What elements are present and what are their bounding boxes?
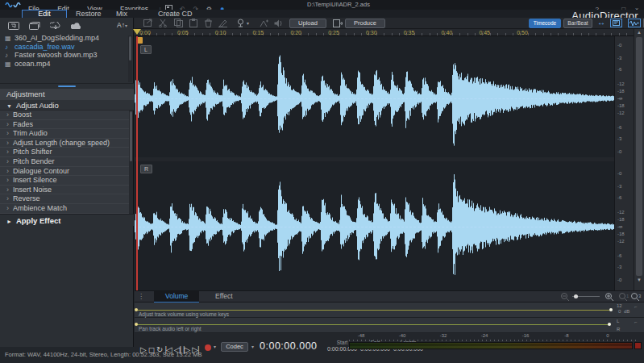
volume-keyframe-end[interactable] — [609, 308, 613, 311]
cut-icon[interactable] — [159, 19, 168, 28]
waveform-canvas-left[interactable] — [135, 36, 614, 157]
speaker-icon[interactable] — [274, 19, 283, 29]
db-label: -12 — [617, 111, 625, 115]
erase-icon[interactable] — [218, 19, 227, 28]
playhead-line[interactable] — [136, 36, 138, 290]
media-item[interactable]: ▦ocean.mp4 — [0, 60, 127, 69]
scroll-up-icon[interactable]: ▲ — [634, 29, 644, 36]
reset-curve-icon[interactable]: ⌐ — [634, 319, 638, 324]
music-note-icon: ♪ — [5, 52, 15, 60]
stretch-icon[interactable]: ↔ — [597, 18, 605, 27]
video-file-icon: ▦ — [5, 35, 15, 43]
meter-scale-label: -24 — [481, 333, 488, 338]
reset-curve-icon[interactable]: ⌐ — [634, 304, 638, 309]
meter-scale-label: -32 — [440, 333, 447, 338]
playhead-marker-icon[interactable] — [133, 29, 141, 35]
scroll-down-icon[interactable]: ▼ — [634, 277, 644, 284]
chevron-right-icon: › — [6, 111, 9, 119]
adjust-item[interactable]: ›Dialogue Contour — [0, 167, 129, 177]
zoom-slider[interactable] — [572, 296, 600, 297]
sort-button[interactable]: A↑▾ — [117, 21, 127, 29]
import-media-icon[interactable] — [8, 22, 19, 30]
pan-keyframe-end[interactable] — [608, 323, 611, 326]
center-line-left — [135, 98, 614, 99]
pan-keyframe-line[interactable] — [136, 324, 609, 325]
waveform-area[interactable]: L R — [135, 36, 614, 290]
tab-volume[interactable]: Volume — [154, 291, 199, 303]
level-meter — [349, 342, 633, 349]
media-item[interactable]: ♪Faster swoosh down.mp3 — [0, 51, 127, 60]
db-label: -12 — [617, 81, 625, 86]
adjust-item-label: Fades — [13, 120, 33, 128]
cloud-icon[interactable] — [71, 23, 83, 30]
zoom-out-icon[interactable] — [560, 292, 570, 302]
tab-effect[interactable]: Effect — [204, 291, 244, 302]
scroll-thumb[interactable] — [636, 37, 642, 276]
apply-effect-group[interactable]: ►Apply Effect — [0, 214, 134, 226]
marker-add-icon[interactable] — [260, 19, 268, 29]
clip-indicator[interactable] — [634, 342, 642, 349]
adjust-item[interactable]: ›Fades — [0, 120, 129, 130]
media-item[interactable]: ♪cascadia_free.wav — [0, 43, 127, 52]
tab-create-cd[interactable]: Create CD — [158, 10, 193, 18]
pan-hint-label: Pan track audio left or right — [139, 326, 202, 332]
ruler-label: 0:25 — [328, 29, 339, 36]
waveform-view-icon[interactable] — [628, 19, 641, 27]
zoom-reset-icon[interactable]: 1 — [618, 292, 629, 302]
copy-icon[interactable] — [174, 19, 183, 28]
import-folder-icon[interactable] — [29, 22, 40, 30]
adjust-list-scrollbar[interactable] — [129, 111, 133, 214]
db-label: -3 — [617, 136, 621, 141]
volume-keyframe-row[interactable]: Adjust track volume using volume keys 12… — [135, 302, 644, 318]
adjust-audio-group[interactable]: ▼Adjust Audio — [0, 100, 134, 111]
record-tool-dropdown-icon[interactable]: ▾ — [247, 20, 249, 26]
adjust-item-label: Boost — [13, 111, 31, 119]
panel-handle-icon[interactable]: ⋮ — [138, 293, 144, 300]
zoom-slider-handle[interactable] — [574, 294, 578, 298]
adjust-item[interactable]: ›Trim Audio — [0, 129, 129, 139]
zoom-selection-icon[interactable]: 3 — [630, 292, 642, 302]
adjust-item[interactable]: ›Pitch Bender — [0, 157, 129, 167]
zoom-in-icon[interactable] — [605, 292, 614, 302]
timeline-ruler[interactable]: 0:000:050:100:150:200:250:300:350:400:45… — [135, 29, 644, 36]
download-directorzone-icon[interactable] — [50, 22, 61, 30]
adjust-item[interactable]: ›Adjust Length (change speed) — [0, 139, 129, 148]
adjust-item[interactable]: ›Pitch Shifter — [0, 148, 129, 157]
db-label: -6 — [617, 253, 621, 258]
pan-keyframe-row[interactable]: Pan track audio left or right L R ⌐ — [135, 318, 644, 333]
adr-panel-icon[interactable] — [610, 19, 622, 27]
adjust-item[interactable]: ›Insert Silence — [0, 176, 129, 186]
media-item[interactable]: ▦360_AI_DogSledding.mp4 — [0, 34, 127, 43]
adjust-item[interactable]: ›Reverse — [0, 194, 129, 204]
produce-button[interactable]: Produce — [345, 19, 385, 28]
adjust-item[interactable]: ›Boost — [0, 111, 129, 120]
waveform-canvas-right[interactable] — [135, 161, 614, 290]
upload-button[interactable]: Upload — [289, 19, 326, 28]
bar-beat-button[interactable]: Bar/Beat — [563, 19, 592, 28]
adjust-item[interactable]: ›Ambience Match — [0, 204, 129, 214]
triangle-down-icon: ▼ — [6, 103, 12, 109]
volume-keyframe-line[interactable] — [136, 310, 611, 311]
video-file-icon: ▦ — [5, 60, 15, 69]
media-list-scrollbar[interactable] — [128, 35, 132, 82]
paste-icon[interactable] — [189, 19, 197, 28]
export-selection-icon[interactable] — [143, 19, 153, 28]
adjust-item-label: Pitch Shifter — [13, 148, 52, 156]
tab-mix[interactable]: Mix — [116, 10, 127, 18]
panel-splitter[interactable] — [0, 83, 134, 89]
adjust-item[interactable]: ›Insert Noise — [0, 186, 129, 195]
ruler-label: 0:00 — [139, 29, 151, 36]
db-label: -∞ — [617, 224, 622, 229]
ruler-label: 0:20 — [290, 29, 301, 36]
chevron-right-icon: › — [6, 167, 9, 175]
delete-icon[interactable] — [205, 19, 212, 28]
media-item-label: Faster swoosh down.mp3 — [15, 51, 98, 59]
track-scrollbar[interactable]: ▲ ▼ — [634, 29, 644, 290]
volume-keyframe-start[interactable] — [135, 308, 138, 311]
timecode-button[interactable]: Timecode — [529, 19, 561, 28]
chevron-right-icon: › — [6, 186, 9, 194]
tab-restore[interactable]: Restore — [76, 10, 102, 18]
record-tool-icon[interactable] — [236, 19, 245, 28]
ruler-label: 0:10 — [215, 29, 226, 36]
pan-keyframe-start[interactable] — [135, 323, 138, 326]
